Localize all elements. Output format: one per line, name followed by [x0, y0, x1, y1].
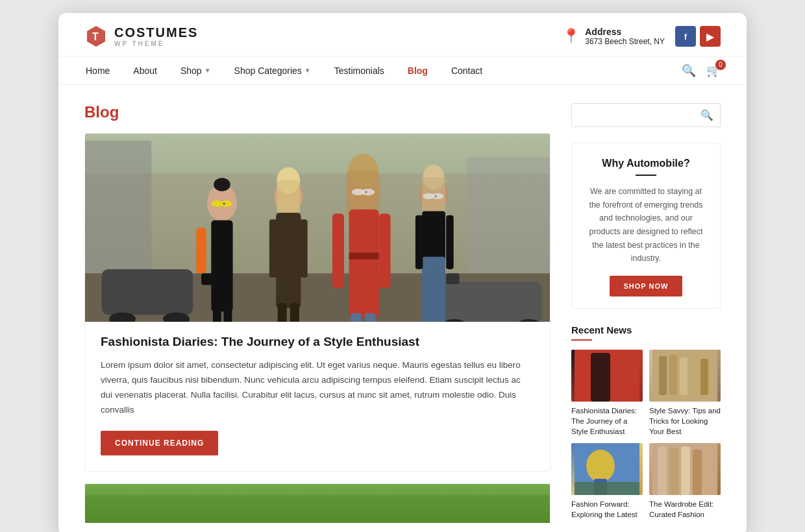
svg-text:T: T — [92, 31, 99, 42]
svg-rect-62 — [659, 356, 667, 395]
nav-shop[interactable]: Shop ▼ — [179, 66, 212, 76]
nav-shop-categories[interactable]: Shop Categories ▼ — [233, 66, 312, 76]
search-icon: 🔍 — [700, 110, 713, 121]
chevron-down-icon: ▼ — [304, 67, 311, 74]
logo-name: COSTUMES — [114, 25, 198, 40]
blog-post-title: Fashionista Diaries: The Journey of a St… — [101, 335, 534, 349]
address-text: Address 3673 Beech Street, NY — [585, 27, 665, 46]
svg-rect-34 — [351, 313, 362, 322]
recent-news-label: Fashionista Diaries: The Journey of a St… — [571, 405, 643, 437]
continue-reading-button[interactable]: CONTINUE READING — [101, 431, 218, 455]
svg-rect-64 — [680, 357, 687, 395]
svg-rect-43 — [424, 318, 433, 322]
recent-news-item[interactable]: Style Savvy: Tips and Tricks for Looking… — [649, 350, 721, 437]
svg-rect-15 — [211, 220, 232, 311]
svg-rect-74 — [681, 446, 690, 495]
blog-title: Blog — [84, 103, 551, 121]
nav-about[interactable]: About — [132, 66, 158, 76]
address-area: 📍 Address 3673 Beech Street, NY — [562, 27, 665, 46]
svg-rect-35 — [365, 313, 376, 322]
recent-news-image — [571, 443, 643, 495]
nav-contact[interactable]: Contact — [450, 66, 484, 76]
site-header: T COSTUMES WP THEME 📍 Address 3673 Beech… — [58, 13, 747, 56]
svg-rect-66 — [700, 359, 708, 395]
svg-point-46 — [220, 200, 232, 207]
header-right: 📍 Address 3673 Beech Street, NY f ▶ — [562, 26, 721, 47]
svg-rect-44 — [436, 318, 445, 322]
svg-rect-31 — [349, 252, 379, 259]
recent-news-image — [649, 350, 721, 402]
search-box: 🔍 — [571, 103, 721, 127]
svg-rect-40 — [422, 257, 445, 322]
svg-rect-33 — [379, 213, 391, 288]
svg-rect-32 — [332, 213, 344, 288]
search-button[interactable]: 🔍 — [694, 104, 720, 127]
svg-rect-16 — [213, 306, 221, 322]
svg-rect-72 — [658, 446, 667, 495]
nav-actions: 🔍 🛒 0 — [682, 64, 721, 78]
blog-area: Blog — [84, 103, 551, 522]
cart-button[interactable]: 🛒 0 — [706, 64, 721, 78]
svg-rect-7 — [102, 269, 193, 315]
sidebar: 🔍 Why Automobile? We are committed to st… — [571, 103, 721, 522]
svg-rect-76 — [703, 446, 712, 495]
svg-rect-17 — [224, 306, 232, 322]
recent-news-image — [649, 443, 721, 495]
svg-point-49 — [362, 189, 375, 195]
svg-rect-70 — [575, 482, 639, 495]
svg-rect-63 — [669, 355, 677, 395]
blog-card-body: Fashionista Diaries: The Journey of a St… — [85, 322, 550, 471]
nav-home[interactable]: Home — [84, 66, 111, 76]
logo-text: COSTUMES WP THEME — [114, 25, 198, 47]
recent-news-title: Recent News — [571, 324, 721, 335]
svg-rect-57 — [85, 495, 550, 523]
logo-sub: WP THEME — [114, 40, 198, 47]
why-underline — [636, 175, 656, 176]
svg-rect-26 — [290, 303, 299, 322]
svg-rect-25 — [278, 303, 287, 322]
address-label: Address — [585, 27, 665, 37]
youtube-button[interactable]: ▶ — [700, 26, 721, 47]
svg-rect-47 — [223, 203, 225, 205]
shop-now-button[interactable]: SHOP NOW — [610, 276, 683, 296]
address-value: 3673 Beech Street, NY — [585, 37, 665, 46]
recent-news-item[interactable]: The Wardrobe Edit: Curated Fashion — [649, 443, 721, 520]
why-text: We are committed to staying at the foref… — [584, 185, 708, 265]
blog-excerpt: Lorem ipsum dolor sit amet, consectetur … — [101, 358, 534, 418]
svg-rect-54 — [201, 273, 216, 285]
svg-rect-55 — [446, 273, 459, 284]
svg-point-14 — [214, 178, 230, 191]
location-icon: 📍 — [562, 28, 580, 45]
facebook-button[interactable]: f — [675, 26, 696, 47]
browser-window: T COSTUMES WP THEME 📍 Address 3673 Beech… — [58, 13, 747, 532]
recent-news-underline — [571, 339, 592, 341]
svg-rect-42 — [446, 215, 454, 269]
recent-news-label: Style Savvy: Tips and Tricks for Looking… — [649, 405, 721, 437]
facebook-icon: f — [684, 32, 687, 42]
svg-rect-23 — [269, 219, 278, 278]
main-content: Blog — [58, 85, 747, 532]
blog-featured-image — [85, 134, 550, 322]
svg-rect-53 — [434, 195, 437, 197]
nav-blog[interactable]: Blog — [406, 66, 429, 76]
chevron-down-icon: ▼ — [204, 67, 211, 74]
svg-rect-21 — [277, 180, 300, 213]
svg-rect-22 — [276, 213, 301, 308]
search-input[interactable] — [572, 104, 694, 126]
search-button[interactable]: 🔍 — [682, 64, 696, 78]
recent-news-image — [571, 350, 643, 402]
site-nav: Home About Shop ▼ Shop Categories ▼ Test… — [58, 56, 747, 85]
recent-news-item[interactable]: Fashionista Diaries: The Journey of a St… — [571, 350, 643, 437]
recent-news-item[interactable]: Fashion Forward: Exploring the Latest — [571, 443, 643, 520]
why-automobile-box: Why Automobile? We are committed to stay… — [571, 143, 721, 309]
nav-testimonials[interactable]: Testimonials — [333, 66, 386, 76]
recent-news-label: The Wardrobe Edit: Curated Fashion — [649, 499, 721, 520]
blog-card: Fashionista Diaries: The Journey of a St… — [84, 133, 551, 472]
recent-news: Recent News Fashionista Diaries: The Jou… — [571, 324, 721, 520]
svg-point-52 — [432, 193, 443, 199]
svg-rect-73 — [669, 448, 678, 495]
logo-area[interactable]: T COSTUMES WP THEME — [84, 25, 198, 48]
svg-rect-60 — [612, 359, 630, 402]
svg-rect-24 — [299, 219, 308, 278]
svg-rect-59 — [591, 353, 610, 402]
